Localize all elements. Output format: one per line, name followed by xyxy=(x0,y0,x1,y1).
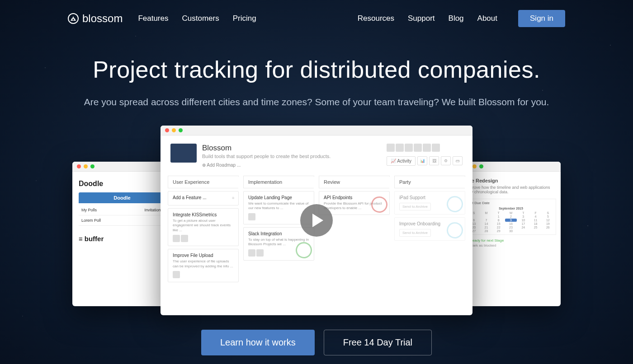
cta-row: Learn how it works Free 14 Day Trial xyxy=(0,330,633,355)
column-header: Review xyxy=(319,176,390,188)
detail-desc: Improve how the timeline and web applica… xyxy=(466,185,556,194)
add-roadmap[interactable]: ⊕ Add Roadmap ... xyxy=(202,163,381,168)
card-onboarding[interactable]: Improve OnboardingSend to Archive xyxy=(394,217,465,241)
hero: Project tracking for distributed compani… xyxy=(0,37,633,107)
nav-pricing[interactable]: Pricing xyxy=(233,14,256,23)
calendar: Set Due Date September 2015 SMTWTFS12345… xyxy=(466,199,556,235)
card-kissmetrics[interactable]: Integrate KISSmetricsTo get a picture ab… xyxy=(168,208,239,246)
brand-name: blossom xyxy=(82,12,123,25)
hero-subtitle: Are you spread across different cities a… xyxy=(0,97,633,107)
window-right: line Redesign Improve how the timeline a… xyxy=(461,162,561,306)
nav-right: Resources Support Blog About Sign in xyxy=(358,10,565,27)
card-file-upload[interactable]: Improve File UploadThe user experience o… xyxy=(168,249,239,282)
play-button[interactable] xyxy=(300,204,333,237)
gear-icon[interactable]: ⚙ xyxy=(441,156,451,165)
hero-title: Project tracking for distributed compani… xyxy=(0,56,633,83)
archive-button[interactable]: Send to Archive xyxy=(399,203,431,210)
doodle-poll-row: Lorem Poll xyxy=(79,215,165,226)
signin-button[interactable]: Sign in xyxy=(518,10,565,27)
titlebar xyxy=(461,162,561,172)
nav-left: Features Customers Pricing xyxy=(138,14,256,23)
activity-button[interactable]: 📈 Activity xyxy=(387,156,416,166)
project-title: Blossom xyxy=(202,144,381,153)
card-slack[interactable]: Slack IntegrationTo stay on top of what … xyxy=(243,227,314,261)
titlebar xyxy=(161,126,472,135)
nav-resources[interactable]: Resources xyxy=(358,14,394,23)
chart-icon[interactable]: 📊 xyxy=(417,156,427,165)
window-left: Doodle Doodle My PollsInvitations Lorem … xyxy=(72,162,172,306)
column-review: Review API EndpointsProvide the Blossom … xyxy=(319,176,390,285)
column-header: User Experience xyxy=(168,176,239,188)
project-header: Blossom Build tools that support people … xyxy=(161,135,472,176)
member-avatars xyxy=(387,144,463,152)
archive-icon[interactable]: 🗃 xyxy=(453,156,463,165)
learn-button[interactable]: Learn how it works xyxy=(201,330,315,355)
nav-customers[interactable]: Customers xyxy=(182,14,219,23)
brand-logo[interactable]: blossom xyxy=(68,12,123,25)
project-subtitle: Build tools that support people to creat… xyxy=(202,154,381,159)
plus-icon[interactable]: + xyxy=(232,195,235,201)
nav-blog[interactable]: Blog xyxy=(449,14,464,23)
card-add-feature[interactable]: Add a Feature ...+ xyxy=(168,191,239,205)
column-header: Party xyxy=(394,176,465,188)
stack-icon: ≡ xyxy=(79,235,83,243)
buffer-heading: ≡buffer xyxy=(79,235,165,243)
titlebar xyxy=(72,162,172,172)
nav-features[interactable]: Features xyxy=(138,14,168,23)
nav-about[interactable]: About xyxy=(477,14,497,23)
column-ux: User Experience Add a Feature ...+ Integ… xyxy=(168,176,239,285)
image-icon[interactable]: 🖼 xyxy=(429,156,439,165)
card-ipad[interactable]: iPad SupportSend to Archive xyxy=(394,191,465,215)
top-nav: blossom Features Customers Pricing Resou… xyxy=(0,0,633,37)
logo-icon xyxy=(68,13,79,24)
doodle-subtabs: My PollsInvitations xyxy=(79,205,165,215)
screenshot-cluster: Doodle Doodle My PollsInvitations Lorem … xyxy=(72,126,561,315)
doodle-tab: Doodle xyxy=(79,192,165,203)
doodle-heading: Doodle xyxy=(79,180,165,188)
archive-button[interactable]: Send to Archive xyxy=(399,229,431,237)
nav-support[interactable]: Support xyxy=(408,14,435,23)
detail-title: line Redesign xyxy=(466,178,556,183)
column-header: Implementation xyxy=(243,176,314,188)
column-party: Party iPad SupportSend to Archive Improv… xyxy=(394,176,465,285)
project-thumbnail xyxy=(170,144,197,163)
trial-button[interactable]: Free 14 Day Trial xyxy=(324,330,432,355)
